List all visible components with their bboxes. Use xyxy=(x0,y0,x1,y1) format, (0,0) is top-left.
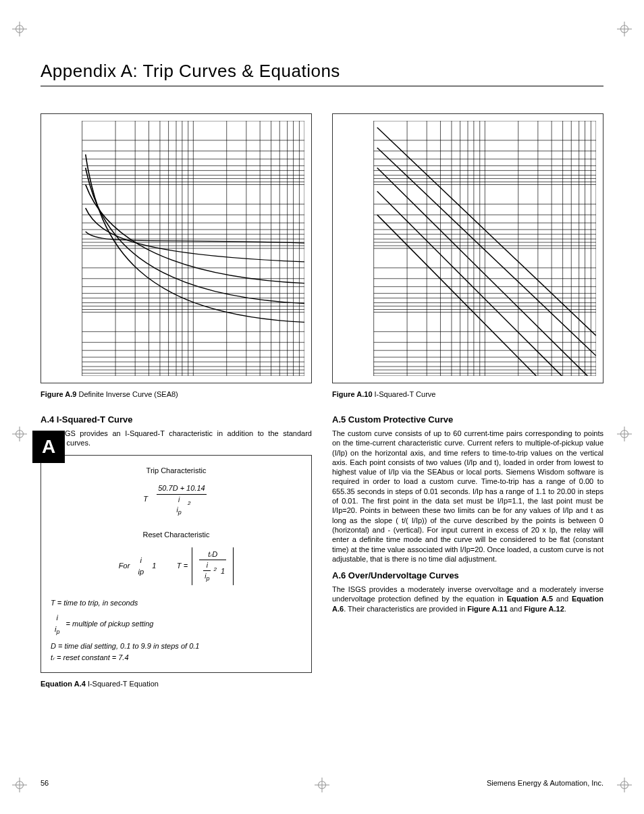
figure-a9-chart xyxy=(41,113,312,383)
def-T: T = time to trip, in seconds xyxy=(51,597,302,609)
footer-company: Siemens Energy & Automation, Inc. xyxy=(487,779,603,787)
page: Appendix A: Trip Curves & Equations A xyxy=(0,0,644,814)
two-column-layout: Figure A.9 Definite Inverse Curve (SEA8)… xyxy=(41,113,603,704)
right-column: Figure A.10 I-Squared-T Curve A.5 Custom… xyxy=(332,113,603,704)
figure-a10-text: I-Squared-T Curve xyxy=(375,390,436,398)
section-a5-text: The custom curve consists of up to 60 cu… xyxy=(332,429,603,564)
appendix-side-tab: A xyxy=(32,431,65,463)
reset-characteristic-heading: Reset Characteristic xyxy=(51,529,302,541)
registration-mark-icon xyxy=(617,778,632,792)
section-a5-heading: A.5 Custom Protective Curve xyxy=(332,414,603,425)
registration-mark-icon xyxy=(12,778,27,792)
svg-line-136 xyxy=(377,191,562,376)
equation-definitions: T = time to trip, in seconds iip = multi… xyxy=(51,597,302,663)
registration-mark-icon xyxy=(12,427,27,441)
figure-a10-caption: Figure A.10 I-Squared-T Curve xyxy=(332,390,603,398)
reset-equation: For i ip 1 T = tᵣD iip2 1 xyxy=(51,547,302,585)
trip-characteristic-heading: Trip Characteristic xyxy=(51,465,302,477)
page-number: 56 xyxy=(41,779,49,787)
figure-a10-chart xyxy=(332,113,603,383)
svg-line-133 xyxy=(377,128,596,335)
svg-line-135 xyxy=(377,168,588,376)
registration-mark-icon xyxy=(617,22,632,36)
registration-mark-icon xyxy=(617,427,632,441)
equation-a4-label: Equation A.4 xyxy=(41,680,86,688)
def-iip: iip = multiple of pickup setting xyxy=(51,612,302,636)
appendix-title: Appendix A: Trip Curves & Equations xyxy=(41,61,603,86)
section-a6-heading: A.6 Over/Undervoltage Curves xyxy=(332,570,603,580)
figure-a10-label: Figure A.10 xyxy=(332,390,373,398)
def-tr: tᵣ = reset constant = 7.4 xyxy=(51,652,302,663)
figure-a9-text: Definite Inverse Curve (SEA8) xyxy=(78,390,178,398)
page-footer: 56 Siemens Energy & Automation, Inc. xyxy=(41,779,603,787)
registration-mark-icon xyxy=(12,22,27,36)
equation-a4-box: Trip Characteristic T 50.7D + 10.14 iip … xyxy=(41,455,312,674)
section-a4-text: The ISGS provides an I-Squared-T charact… xyxy=(41,429,312,448)
figure-a9-caption: Figure A.9 Definite Inverse Curve (SEA8) xyxy=(41,390,312,398)
section-a6-text: The ISGS provides a moderately inverse o… xyxy=(332,585,603,614)
svg-line-134 xyxy=(377,148,596,356)
equation-a4-text: I-Squared-T Equation xyxy=(88,680,159,688)
def-D: D = time dial setting, 0.1 to 9.9 in ste… xyxy=(51,641,302,652)
figure-a9-label: Figure A.9 xyxy=(41,390,76,398)
left-column: Figure A.9 Definite Inverse Curve (SEA8)… xyxy=(41,113,312,704)
equation-a4-caption: Equation A.4 I-Squared-T Equation xyxy=(41,680,312,688)
section-a4-heading: A.4 I-Squared-T Curve xyxy=(41,414,312,425)
trip-equation: T 50.7D + 10.14 iip 2 xyxy=(51,483,302,517)
